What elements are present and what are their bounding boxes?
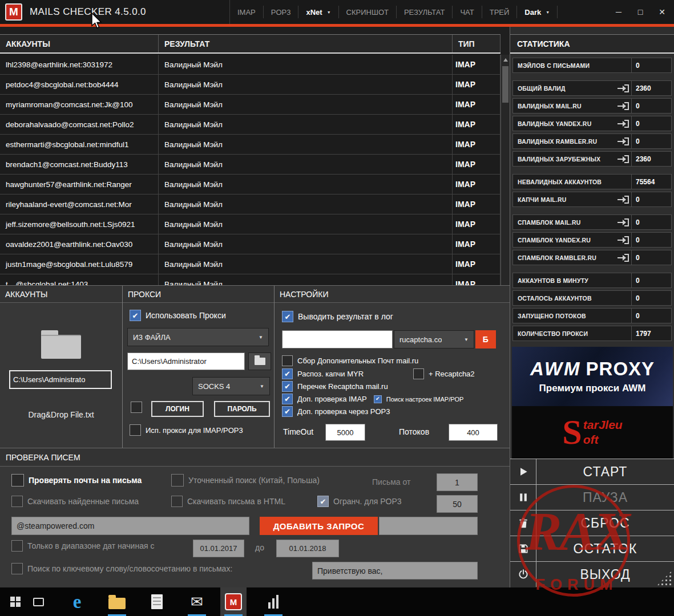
notepad-taskbar-button[interactable]: [144, 587, 170, 616]
column-header-accounts[interactable]: АККАУНТЫ: [0, 35, 159, 52]
table-row[interactable]: esthermarti@sbcglobal.net:mindful1 Валид…: [0, 135, 501, 155]
table-row[interactable]: oavaldez2001@earthlink.net:Oav030 Валидн…: [0, 234, 501, 254]
awm-proxy-banner[interactable]: AWMPROXY Премиум прокси AWM: [512, 347, 673, 406]
recognize-captcha-checkbox[interactable]: [282, 368, 293, 379]
download-letters-checkbox[interactable]: [11, 496, 23, 507]
table-row[interactable]: t…@sbcglobal.net:1403 Валидный Мэйл IMAP: [0, 274, 501, 285]
export-icon[interactable]: [618, 137, 629, 145]
table-row[interactable]: rileyhaaland-evert@comcast.net:Mor Валид…: [0, 194, 501, 214]
add-query-button[interactable]: ДОБАВИТЬ ЗАПРОС: [260, 517, 378, 535]
result-cell: Валидный Мэйл: [159, 155, 453, 174]
maximize-button[interactable]: □: [629, 0, 651, 24]
remainder-button[interactable]: ОСТАТОК: [510, 536, 674, 561]
menu-item[interactable]: xNet ▼: [298, 6, 338, 18]
recheck-recaptcha-checkbox[interactable]: [282, 381, 293, 392]
mail-taskbar-button[interactable]: ✉: [184, 587, 210, 616]
type-cell: IMAP: [453, 115, 501, 134]
awm-brand: AWMPROXY: [530, 359, 655, 378]
export-icon[interactable]: [618, 102, 629, 110]
column-header-result[interactable]: РЕЗУЛЬТАТ: [159, 35, 453, 52]
pop3-limit-checkbox[interactable]: [317, 496, 329, 507]
menu-item[interactable]: POP3 ▼: [264, 6, 299, 18]
stat-label: ВАЛИДНЫХ ЗАРУБЕЖНЫХ: [518, 156, 600, 163]
login-button[interactable]: ЛОГИН: [151, 401, 204, 417]
captcha-service-dropdown[interactable]: rucaptcha.co ▼: [394, 330, 474, 348]
mails-checker-taskbar-button[interactable]: M: [220, 587, 247, 616]
extra-query-input[interactable]: [379, 517, 478, 535]
explorer-taskbar-button[interactable]: [104, 587, 130, 616]
recaptcha2-checkbox[interactable]: [413, 368, 424, 379]
extra-pop3-checkbox[interactable]: [282, 406, 293, 417]
proxy-source-dropdown[interactable]: ИЗ ФАЙЛА ▼: [127, 328, 269, 346]
password-button[interactable]: ПАРОЛЬ: [214, 401, 270, 417]
extra-imap-checkbox[interactable]: [282, 394, 293, 404]
table-row[interactable]: justn1mage@sbcglobal.net:Lulu8579 Валидн…: [0, 254, 501, 274]
date-to-input[interactable]: [276, 540, 339, 557]
menu-item[interactable]: РЕЗУЛЬТАТ ▼: [397, 6, 453, 18]
minimize-button[interactable]: ─: [608, 0, 629, 24]
date-from-input[interactable]: [193, 540, 244, 557]
imap-pop-settings-checkbox[interactable]: [374, 395, 382, 403]
reset-button[interactable]: СБРОС: [510, 510, 674, 536]
browser-taskbar-button[interactable]: e: [64, 587, 90, 616]
proxy-for-imap-checkbox[interactable]: [130, 424, 141, 436]
table-scrollbar[interactable]: [501, 55, 510, 285]
socks-type-dropdown[interactable]: SOCKS 4 ▼: [192, 377, 270, 395]
timeout-input[interactable]: [325, 424, 365, 441]
table-row[interactable]: lhl2398@earthlink.net:3031972 Валидный М…: [0, 55, 501, 75]
export-icon[interactable]: [618, 84, 629, 92]
use-proxy-checkbox[interactable]: [130, 310, 141, 321]
open-accounts-folder-icon[interactable]: [41, 330, 81, 359]
menu-item[interactable]: IMAP ▼: [230, 6, 264, 18]
menu-item[interactable]: СКРИНШОТ ▼: [339, 6, 397, 18]
export-icon[interactable]: [618, 218, 629, 226]
query-input[interactable]: [11, 517, 249, 535]
menu-item[interactable]: ТРЕЙ ▼: [482, 6, 518, 18]
table-row[interactable]: jeff.sizemore@bellsouth.net:LSjs0921 Вал…: [0, 214, 501, 234]
table-row[interactable]: brendach1@comcast.net:Buddy113 Валидный …: [0, 155, 501, 175]
stat-value: 2360: [631, 152, 671, 166]
result-cell: Валидный Мэйл: [159, 254, 453, 274]
log-result-checkbox[interactable]: [282, 311, 293, 322]
table-row[interactable]: petdoc4@sbcglobal.net:bob4444 Валидный М…: [0, 75, 501, 95]
export-icon[interactable]: [618, 254, 629, 262]
table-row[interactable]: myriamroman@comcast.net:Jk@100 Валидный …: [0, 95, 501, 115]
check-letters-checkbox[interactable]: [11, 474, 24, 487]
proxy-panel: ПРОКСИ Использовать Прокси ИЗ ФАЙЛА ▼ SO…: [123, 286, 275, 448]
pop3-limit-input[interactable]: [437, 495, 478, 513]
letters-from-input[interactable]: [437, 473, 478, 491]
threads-input[interactable]: [449, 424, 498, 441]
keyword-search-checkbox[interactable]: [11, 563, 23, 574]
export-icon[interactable]: [618, 155, 629, 163]
chevron-down-icon: ▼: [546, 10, 550, 14]
scroll-up-arrow-icon[interactable]: [501, 56, 510, 63]
close-button[interactable]: ✕: [651, 0, 673, 24]
stat-row: НЕВАЛИДНЫХ АККАУНТОВ 75564: [512, 174, 672, 189]
menu-item[interactable]: Dark ▼: [517, 6, 558, 18]
captcha-key-input[interactable]: [282, 330, 393, 348]
task-view-button[interactable]: [25, 587, 51, 616]
keyword-input[interactable]: [312, 562, 478, 579]
table-row[interactable]: deborahalvaado@comcast.net:Pollo2 Валидн…: [0, 115, 501, 135]
proxy-file-path-input[interactable]: [127, 352, 245, 370]
balance-button[interactable]: Б: [475, 330, 496, 348]
menu-item[interactable]: ЧАТ ▼: [453, 6, 482, 18]
result-cell: Валидный Мэйл: [159, 214, 453, 234]
proxy-auth-checkbox[interactable]: [131, 402, 142, 413]
browse-proxy-file-button[interactable]: [248, 352, 271, 370]
export-icon[interactable]: [618, 236, 629, 244]
scrollbar-thumb[interactable]: [502, 66, 508, 103]
table-row[interactable]: hawghunter57@earthlink.net:Ranger Валидн…: [0, 175, 501, 194]
stat-label: МЭЙЛОВ С ПИСЬМАМИ: [518, 62, 590, 69]
exit-button[interactable]: ВЫХОД: [510, 561, 674, 587]
date-range-checkbox[interactable]: [11, 540, 23, 552]
export-icon[interactable]: [618, 196, 629, 204]
start-button[interactable]: СТАРТ: [510, 459, 674, 484]
export-icon[interactable]: [618, 120, 629, 128]
pause-button[interactable]: ПАУЗА: [510, 484, 674, 510]
stats-app-taskbar-button[interactable]: [260, 587, 286, 616]
column-header-type[interactable]: ТИП: [453, 35, 501, 52]
collect-extra-mail-checkbox[interactable]: [282, 355, 293, 366]
download-html-checkbox[interactable]: [171, 496, 183, 507]
refined-search-checkbox[interactable]: [171, 474, 184, 487]
